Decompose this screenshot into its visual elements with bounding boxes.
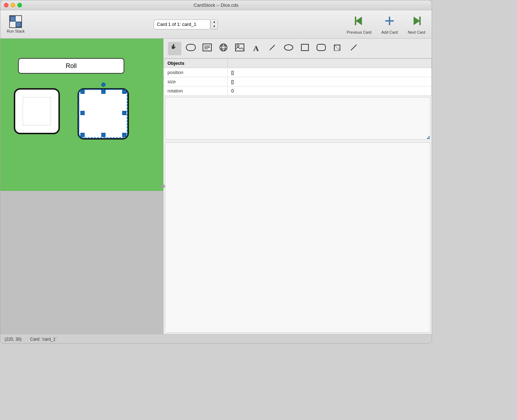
card-stepper-down[interactable]: ▼ — [211, 24, 217, 29]
handle-bot-right[interactable] — [122, 133, 126, 137]
hand-tool-button[interactable] — [168, 42, 181, 55]
canvas-area: Roll — [0, 39, 163, 334]
pen-icon — [268, 44, 276, 53]
textfield-tool-button[interactable] — [200, 42, 214, 55]
svg-rect-29 — [428, 138, 430, 139]
webview-tool-button[interactable] — [217, 42, 230, 55]
table-row[interactable]: position[] — [164, 68, 432, 77]
image-tool-button[interactable] — [233, 42, 246, 55]
add-card-icon — [383, 15, 396, 29]
image-icon — [235, 44, 244, 53]
card-info: Card: 'card_1' — [30, 337, 56, 342]
handle-mid-right[interactable] — [122, 111, 126, 115]
canvas-below — [0, 191, 163, 334]
line-icon — [350, 43, 358, 53]
code-editor-top[interactable] — [165, 97, 430, 140]
next-card-button[interactable]: Next Card — [405, 13, 427, 36]
maximize-button[interactable] — [17, 3, 22, 7]
roundrect-icon — [316, 44, 326, 53]
handle-top-mid[interactable] — [101, 90, 106, 94]
svg-rect-5 — [16, 22, 21, 27]
table-row[interactable]: size[] — [164, 77, 432, 86]
oval-tool-button[interactable] — [282, 42, 295, 55]
hand-icon — [170, 43, 179, 53]
text-icon: A — [253, 44, 259, 53]
titlebar: CardStock -- Dice.cds — [0, 0, 432, 10]
button-icon — [186, 44, 196, 53]
handle-bot-left[interactable] — [80, 133, 85, 137]
rotate-handle[interactable] — [101, 83, 106, 87]
table-row[interactable]: rotation0 — [164, 86, 432, 96]
oval-icon — [284, 44, 294, 53]
svg-rect-30 — [427, 138, 428, 139]
selection-handles — [75, 85, 131, 142]
next-card-label: Next Card — [408, 30, 425, 34]
run-stack-label: Run Stack — [7, 29, 25, 33]
textfield-icon — [203, 44, 212, 53]
add-card-label: Add Card — [381, 30, 398, 34]
minimize-button[interactable] — [11, 3, 15, 7]
poly-icon — [334, 44, 341, 53]
svg-marker-10 — [414, 17, 420, 25]
svg-point-18 — [222, 44, 225, 51]
canvas-resize-handle[interactable] — [161, 185, 165, 188]
card-selector: Card 1 of 1: card_1 ▲ ▼ — [154, 19, 218, 29]
tools-row: A — [164, 39, 432, 58]
card-dropdown[interactable]: Card 1 of 1: card_1 — [154, 19, 210, 29]
svg-rect-2 — [16, 16, 21, 22]
pen-tool-button[interactable] — [266, 42, 279, 55]
prop-value[interactable]: 0 — [228, 86, 432, 96]
close-button[interactable] — [4, 3, 8, 7]
prop-key: position — [164, 68, 228, 77]
card-stepper: ▲ ▼ — [211, 19, 218, 29]
svg-point-17 — [220, 44, 227, 51]
code-resize-handle-top[interactable] — [425, 134, 430, 139]
card-selector-area: Card 1 of 1: card_1 ▲ ▼ — [33, 19, 339, 29]
roll-button[interactable]: Roll — [18, 58, 124, 74]
window-controls — [4, 3, 22, 7]
prev-card-button[interactable]: Previous Card — [345, 13, 374, 36]
handle-top-right[interactable] — [122, 90, 126, 94]
svg-rect-4 — [11, 17, 15, 21]
toolbar: Run Stack Card 1 of 1: card_1 ▲ ▼ Previo… — [0, 10, 432, 39]
objects-header: Objects — [164, 59, 228, 68]
run-stack-icon — [9, 15, 22, 28]
main-area: Roll — [0, 39, 432, 334]
card-canvas[interactable]: Roll — [0, 39, 163, 191]
poly-tool-button[interactable] — [331, 42, 344, 55]
statusbar: (220, 30) Card: 'card_1' — [0, 334, 432, 344]
button-tool-button[interactable] — [184, 42, 198, 55]
svg-line-28 — [351, 45, 357, 50]
card-stepper-up[interactable]: ▲ — [211, 20, 217, 24]
roundrect-tool-button[interactable] — [314, 42, 328, 55]
prop-key: size — [164, 77, 228, 86]
prop-key: rotation — [164, 86, 228, 96]
handle-top-left[interactable] — [80, 90, 85, 94]
handle-bot-mid[interactable] — [101, 133, 106, 137]
webview-icon — [219, 43, 228, 53]
svg-rect-9 — [385, 20, 394, 22]
right-panel: A — [163, 39, 432, 334]
svg-line-23 — [270, 45, 275, 50]
svg-rect-26 — [317, 44, 325, 51]
next-card-icon — [410, 15, 423, 29]
svg-rect-7 — [355, 17, 356, 25]
value-header — [228, 59, 432, 68]
svg-marker-27 — [334, 45, 340, 51]
window-title: CardStock -- Dice.cds — [194, 2, 238, 8]
svg-marker-6 — [356, 17, 362, 25]
handle-mid-left[interactable] — [80, 111, 85, 115]
rect-tool-button[interactable] — [298, 42, 312, 55]
coordinates: (220, 30) — [5, 337, 22, 342]
add-card-button[interactable]: Add Card — [379, 13, 400, 36]
dice-box-1[interactable] — [14, 88, 60, 134]
text-tool-button[interactable]: A — [249, 42, 263, 55]
prop-value[interactable]: [] — [228, 68, 432, 77]
run-stack-button[interactable]: Run Stack — [5, 14, 27, 35]
prev-card-label: Previous Card — [347, 30, 371, 34]
line-tool-button[interactable] — [347, 42, 360, 55]
prop-value[interactable]: [] — [228, 77, 432, 86]
svg-rect-31 — [428, 136, 430, 137]
svg-rect-25 — [301, 44, 308, 51]
code-editor-bottom[interactable] — [165, 142, 430, 333]
